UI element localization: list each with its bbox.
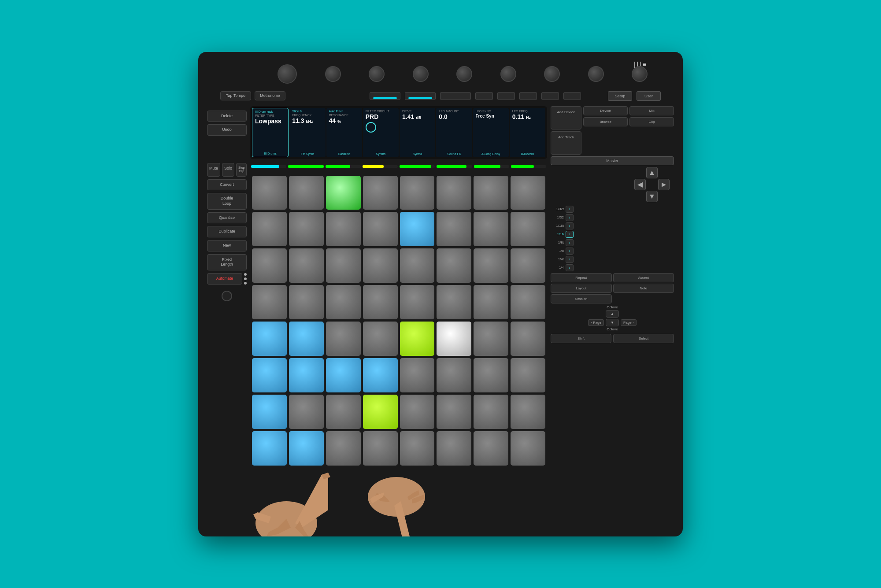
pad-5-6[interactable] xyxy=(437,322,471,356)
pad-1-3[interactable] xyxy=(326,176,361,210)
pad-4-8[interactable] xyxy=(511,285,545,319)
pad-1-1[interactable] xyxy=(252,176,287,210)
add-device-button[interactable]: Add Device xyxy=(551,106,581,129)
knob-5[interactable] xyxy=(500,66,516,82)
new-button[interactable]: New xyxy=(207,240,247,251)
pad-3-2[interactable] xyxy=(289,248,324,283)
pad-5-4[interactable] xyxy=(363,322,398,356)
shift-button[interactable]: Shift xyxy=(551,334,611,343)
pad-7-3[interactable] xyxy=(326,395,361,429)
pad-8-4[interactable] xyxy=(363,431,398,466)
pad-7-4[interactable] xyxy=(363,395,398,429)
double-loop-button[interactable]: DoubleLoop xyxy=(207,193,247,209)
pad-7-5[interactable] xyxy=(400,395,435,429)
pad-3-3[interactable] xyxy=(326,248,361,283)
setup-button[interactable]: Setup xyxy=(608,91,632,101)
pad-7-6[interactable] xyxy=(437,395,471,429)
knob-7[interactable] xyxy=(588,66,604,82)
pad-2-2[interactable] xyxy=(289,212,324,246)
pad-4-6[interactable] xyxy=(437,285,471,319)
layout-button[interactable]: Layout xyxy=(551,284,612,293)
transport-btn-3[interactable] xyxy=(440,92,471,100)
repeat-button[interactable]: Repeat xyxy=(551,273,612,282)
pad-4-3[interactable] xyxy=(326,285,361,319)
duplicate-button[interactable]: Duplicate xyxy=(207,226,247,237)
quantize-button[interactable]: Quantize xyxy=(207,212,247,224)
pad-2-6[interactable] xyxy=(437,212,471,246)
time-arrow-1-16t[interactable]: › xyxy=(566,222,574,229)
pad-7-7[interactable] xyxy=(474,395,508,429)
pad-3-7[interactable] xyxy=(474,248,508,283)
knob-4[interactable] xyxy=(456,66,472,82)
time-arrow-1-16[interactable]: › xyxy=(566,231,574,238)
pad-8-2[interactable] xyxy=(289,431,324,466)
pad-5-2[interactable] xyxy=(289,322,324,356)
select-button[interactable]: Select xyxy=(613,334,674,343)
pad-8-7[interactable] xyxy=(474,431,508,466)
nav-right-button[interactable]: ▶ xyxy=(658,179,670,190)
accent-button[interactable]: Accent xyxy=(613,273,674,282)
pad-4-7[interactable] xyxy=(474,285,508,319)
pad-6-1[interactable] xyxy=(252,358,287,392)
transport-btn-7[interactable] xyxy=(541,92,559,100)
transport-btn-1[interactable] xyxy=(370,92,400,100)
clip-button[interactable]: Clip xyxy=(629,117,674,126)
pad-8-1[interactable] xyxy=(252,431,287,466)
pad-6-2[interactable] xyxy=(289,358,324,392)
delete-button[interactable]: Delete xyxy=(207,111,247,122)
pad-5-3[interactable] xyxy=(326,322,361,356)
pad-2-4[interactable] xyxy=(363,212,398,246)
pad-1-5[interactable] xyxy=(400,176,435,210)
pad-3-8[interactable] xyxy=(511,248,545,283)
browse-button[interactable]: Browse xyxy=(583,117,628,126)
pad-5-8[interactable] xyxy=(511,322,545,356)
pad-1-7[interactable] xyxy=(474,176,508,210)
pad-3-5[interactable] xyxy=(400,248,435,283)
pad-8-5[interactable] xyxy=(400,431,435,466)
pad-1-6[interactable] xyxy=(437,176,471,210)
fixed-length-button[interactable]: FixedLength xyxy=(207,254,247,270)
pad-2-3[interactable] xyxy=(326,212,361,246)
pad-1-8[interactable] xyxy=(511,176,545,210)
pad-3-4[interactable] xyxy=(363,248,398,283)
knob-3[interactable] xyxy=(413,66,429,82)
nav-down-button[interactable]: ▼ xyxy=(646,191,658,202)
pad-6-8[interactable] xyxy=(511,358,545,392)
octave-down-button[interactable]: ▼ xyxy=(606,319,619,326)
knob-1[interactable] xyxy=(325,66,341,82)
pad-1-2[interactable] xyxy=(289,176,324,210)
time-arrow-1-32t[interactable]: › xyxy=(566,206,574,213)
knob-2[interactable] xyxy=(369,66,385,82)
note-button[interactable]: Note xyxy=(613,284,674,293)
pad-4-1[interactable] xyxy=(252,285,287,319)
pad-8-6[interactable] xyxy=(437,431,471,466)
solo-button[interactable]: Solo xyxy=(222,163,234,177)
pad-7-8[interactable] xyxy=(511,395,545,429)
page-right-button[interactable]: Page › xyxy=(621,319,637,326)
transport-btn-4[interactable] xyxy=(475,92,493,100)
undo-button[interactable]: Undo xyxy=(207,124,247,136)
add-track-button[interactable]: Add Track xyxy=(551,131,581,155)
master-knob[interactable] xyxy=(278,64,297,84)
pad-8-8[interactable] xyxy=(511,431,545,466)
pad-7-1[interactable] xyxy=(252,395,287,429)
session-button[interactable]: Session xyxy=(551,294,612,303)
tap-tempo-button[interactable]: Tap Tempo xyxy=(220,91,251,101)
time-arrow-1-8[interactable]: › xyxy=(566,248,574,255)
pad-6-4[interactable] xyxy=(363,358,398,392)
pad-4-5[interactable] xyxy=(400,285,435,319)
transport-btn-5[interactable] xyxy=(497,92,515,100)
mix-button[interactable]: Mix xyxy=(629,106,674,115)
pad-2-5[interactable] xyxy=(400,212,435,246)
device-button[interactable]: Device xyxy=(583,106,628,115)
pad-8-3[interactable] xyxy=(326,431,361,466)
octave-up-button[interactable]: ▲ xyxy=(606,310,619,318)
pad-3-6[interactable] xyxy=(437,248,471,283)
pad-3-1[interactable] xyxy=(252,248,287,283)
pad-5-5[interactable] xyxy=(400,322,435,356)
convert-button[interactable]: Convert xyxy=(207,179,247,191)
time-arrow-1-4t[interactable]: › xyxy=(566,256,574,263)
pad-5-1[interactable] xyxy=(252,322,287,356)
knob-8[interactable] xyxy=(632,66,648,82)
pad-4-4[interactable] xyxy=(363,285,398,319)
